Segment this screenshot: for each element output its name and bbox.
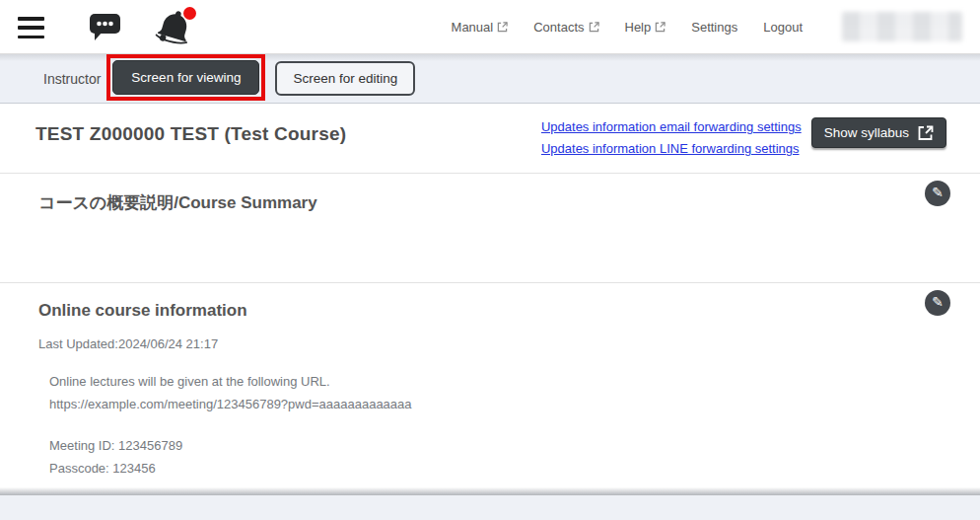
- pencil-icon: ✎: [932, 186, 944, 199]
- page-footer: [0, 495, 980, 520]
- chat-icon[interactable]: [88, 11, 123, 42]
- show-syllabus-button[interactable]: Show syllabus: [811, 117, 946, 148]
- view-mode-tabstrip: Instructor Screen for viewing Screen for…: [0, 54, 980, 104]
- course-title: TEST Z000000 TEST (Test Course): [35, 117, 541, 145]
- top-header: Manual Contacts Help Se: [0, 0, 980, 54]
- edit-summary-button[interactable]: ✎: [925, 181, 950, 206]
- screen-for-editing-button[interactable]: Screen for editing: [275, 61, 415, 96]
- footer-shadow: [0, 487, 980, 495]
- red-highlight-box: Screen for viewing: [106, 54, 265, 101]
- meeting-url: https://example.com/meeting/123456789?pw…: [49, 396, 950, 414]
- line-forwarding-settings-link[interactable]: Updates information LINE forwarding sett…: [541, 141, 802, 156]
- email-forwarding-settings-link[interactable]: Updates information email forwarding set…: [541, 119, 802, 134]
- hamburger-menu-icon[interactable]: [18, 17, 44, 38]
- header-nav: Manual Contacts Help Se: [452, 12, 962, 41]
- course-summary-section: コースの概要説明/Course Summary ✎: [0, 174, 980, 283]
- nav-settings[interactable]: Settings: [691, 20, 737, 35]
- nav-manual[interactable]: Manual: [452, 20, 509, 35]
- forwarding-links: Updates information email forwarding set…: [541, 117, 802, 156]
- role-label: Instructor: [43, 71, 101, 87]
- notification-bell-icon[interactable]: [153, 6, 198, 47]
- external-link-icon: [655, 22, 665, 33]
- nav-help[interactable]: Help: [625, 20, 666, 35]
- nav-logout[interactable]: Logout: [763, 20, 803, 35]
- nav-contacts[interactable]: Contacts: [533, 20, 598, 35]
- edit-online-info-button[interactable]: ✎: [925, 290, 950, 316]
- notification-dot: [183, 7, 196, 20]
- lecture-url-intro: Online lectures will be given at the fol…: [49, 373, 950, 392]
- redacted-username: [842, 12, 962, 41]
- pencil-icon: ✎: [932, 295, 944, 309]
- online-course-section: Online course information ✎ Last Updated…: [0, 283, 980, 478]
- passcode: Passcode: 123456: [49, 460, 950, 479]
- online-course-heading: Online course information: [38, 299, 950, 321]
- external-link-icon: [589, 22, 599, 33]
- external-link-icon: [918, 125, 934, 141]
- screen-for-viewing-button[interactable]: Screen for viewing: [112, 60, 259, 95]
- online-course-body: Online lectures will be given at the fol…: [49, 373, 950, 478]
- meeting-id: Meeting ID: 123456789: [49, 437, 950, 456]
- course-summary-heading: コースの概要説明/Course Summary: [38, 189, 950, 214]
- last-updated-text: Last Updated:2024/06/24 21:17: [38, 336, 950, 351]
- course-header-row: TEST Z000000 TEST (Test Course) Updates …: [0, 104, 980, 174]
- external-link-icon: [497, 22, 508, 33]
